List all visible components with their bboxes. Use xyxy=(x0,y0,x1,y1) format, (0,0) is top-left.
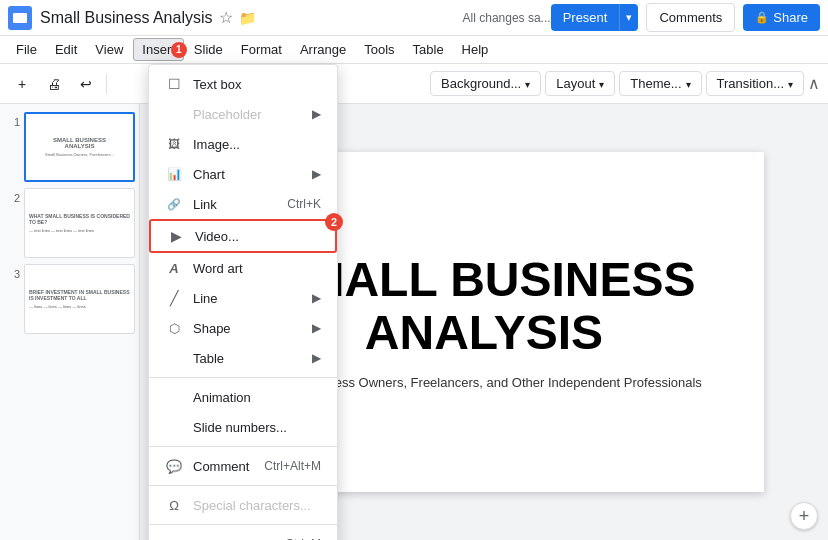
video-label: Video... xyxy=(195,229,319,244)
main-area: 1 SMALL BUSINESS ANALYSIS Small Business… xyxy=(0,104,828,540)
title-bar: Small Business Analysis ☆ 📁 All changes … xyxy=(0,0,828,36)
slide-img-1: SMALL BUSINESS ANALYSIS Small Business O… xyxy=(24,112,135,182)
menu-textbox[interactable]: ☐ Text box xyxy=(149,69,337,99)
step-badge-1: 1 xyxy=(171,42,187,58)
shape-label: Shape xyxy=(193,321,302,336)
toolbar-divider-1 xyxy=(106,74,107,94)
title-line-2: ANALYSIS xyxy=(365,306,603,359)
animation-icon xyxy=(165,388,183,406)
theme-button[interactable]: Theme... xyxy=(619,71,701,96)
add-button[interactable]: + xyxy=(8,70,36,98)
slide-num-1: 1 xyxy=(4,116,20,128)
step-2-badge: 2 xyxy=(325,213,343,231)
menu-new-slide[interactable]: New slide Ctrl+M xyxy=(149,529,337,540)
menu-help[interactable]: Help xyxy=(454,39,497,60)
header-buttons: Present ▾ Comments 🔒 Share xyxy=(551,3,820,32)
newslide-icon xyxy=(165,535,183,540)
line-arrow: ▶ xyxy=(312,291,321,305)
slide-panel: 1 SMALL BUSINESS ANALYSIS Small Business… xyxy=(0,104,140,540)
slidenumbers-label: Slide numbers... xyxy=(193,420,321,435)
table-arrow: ▶ xyxy=(312,351,321,365)
slide-thumb-1[interactable]: 1 SMALL BUSINESS ANALYSIS Small Business… xyxy=(4,112,135,182)
slide-thumb-2[interactable]: 2 WHAT SMALL BUSINESS IS CONSIDERED TO B… xyxy=(4,188,135,258)
specialchars-label: Special characters... xyxy=(193,498,321,513)
image-label: Image... xyxy=(193,137,321,152)
chart-icon: 📊 xyxy=(165,165,183,183)
menu-format[interactable]: Format xyxy=(233,39,290,60)
present-button[interactable]: Present xyxy=(551,4,620,31)
present-dropdown[interactable]: ▾ xyxy=(619,4,638,31)
undo-button[interactable]: ↩ xyxy=(72,70,100,98)
placeholder-arrow: ▶ xyxy=(312,107,321,121)
menu-view[interactable]: View xyxy=(87,39,131,60)
chart-label: Chart xyxy=(193,167,302,182)
shape-arrow: ▶ xyxy=(312,321,321,335)
share-button[interactable]: 🔒 Share xyxy=(743,4,820,31)
toolbar: + 🖨 ↩ Background... Layout Theme... Tran… xyxy=(0,64,828,104)
link-icon: 🔗 xyxy=(165,195,183,213)
doc-title: Small Business Analysis xyxy=(40,9,213,27)
animation-label: Animation xyxy=(193,390,321,405)
menu-chart[interactable]: 📊 Chart ▶ xyxy=(149,159,337,189)
toolbar-right: Background... Layout Theme... Transition… xyxy=(430,71,820,96)
canvas-add-button[interactable]: + xyxy=(790,502,818,530)
menu-wordart[interactable]: A Word art xyxy=(149,253,337,283)
newslide-label: New slide xyxy=(193,537,275,541)
share-label: Share xyxy=(773,10,808,25)
menu-line[interactable]: ╱ Line ▶ xyxy=(149,283,337,313)
placeholder-label: Placeholder xyxy=(193,107,302,122)
insert-dropdown-menu: ☐ Text box Placeholder ▶ 🖼 Image... 📊 Ch… xyxy=(148,64,338,540)
menu-link[interactable]: 🔗 Link Ctrl+K xyxy=(149,189,337,219)
menu-video[interactable]: ▶ Video... 2 xyxy=(149,219,337,253)
menu-edit[interactable]: Edit xyxy=(47,39,85,60)
present-button-group: Present ▾ xyxy=(551,4,639,31)
comments-button[interactable]: Comments xyxy=(646,3,735,32)
print-button[interactable]: 🖨 xyxy=(40,70,68,98)
sep-4 xyxy=(149,524,337,525)
textbox-label: Text box xyxy=(193,77,321,92)
wordart-icon: A xyxy=(165,259,183,277)
placeholder-icon xyxy=(165,105,183,123)
table-item-label: Table xyxy=(193,351,302,366)
menu-table-item[interactable]: Table ▶ xyxy=(149,343,337,373)
chart-arrow: ▶ xyxy=(312,167,321,181)
link-shortcut: Ctrl+K xyxy=(287,197,321,211)
menu-shape[interactable]: ⬡ Shape ▶ xyxy=(149,313,337,343)
slide-num-2: 2 xyxy=(4,192,20,204)
table-icon xyxy=(165,349,183,367)
folder-icon[interactable]: 📁 xyxy=(239,10,256,26)
menu-table[interactable]: Table xyxy=(405,39,452,60)
background-button[interactable]: Background... xyxy=(430,71,541,96)
menu-animation[interactable]: Animation xyxy=(149,382,337,412)
image-icon: 🖼 xyxy=(165,135,183,153)
sep-2 xyxy=(149,446,337,447)
shape-icon: ⬡ xyxy=(165,319,183,337)
menu-arrange[interactable]: Arrange xyxy=(292,39,354,60)
menu-tools[interactable]: Tools xyxy=(356,39,402,60)
menu-bar: File Edit View Insert 1 Slide Format Arr… xyxy=(0,36,828,64)
slide-thumb-3[interactable]: 3 BRIEF INVESTMENT IN SMALL BUSINESS IS … xyxy=(4,264,135,334)
comment-icon: 💬 xyxy=(165,457,183,475)
app-icon xyxy=(8,6,32,30)
slide-img-3: BRIEF INVESTMENT IN SMALL BUSINESS IS IN… xyxy=(24,264,135,334)
sep-3 xyxy=(149,485,337,486)
menu-comment[interactable]: 💬 Comment Ctrl+Alt+M xyxy=(149,451,337,481)
textbox-icon: ☐ xyxy=(165,75,183,93)
lock-icon: 🔒 xyxy=(755,11,769,24)
star-icon[interactable]: ☆ xyxy=(219,8,233,27)
wordart-label: Word art xyxy=(193,261,321,276)
menu-file[interactable]: File xyxy=(8,39,45,60)
slidenumbers-icon xyxy=(165,418,183,436)
video-icon: ▶ xyxy=(167,227,185,245)
menu-slide-numbers[interactable]: Slide numbers... xyxy=(149,412,337,442)
layout-button[interactable]: Layout xyxy=(545,71,615,96)
specialchars-icon: Ω xyxy=(165,496,183,514)
menu-slide[interactable]: Slide xyxy=(186,39,231,60)
slide-num-3: 3 xyxy=(4,268,20,280)
comment-shortcut: Ctrl+Alt+M xyxy=(264,459,321,473)
transition-button[interactable]: Transition... xyxy=(706,71,804,96)
menu-insert[interactable]: Insert 1 xyxy=(133,38,184,61)
toolbar-collapse-button[interactable]: ∧ xyxy=(808,74,820,93)
menu-special-chars: Ω Special characters... xyxy=(149,490,337,520)
menu-image[interactable]: 🖼 Image... xyxy=(149,129,337,159)
